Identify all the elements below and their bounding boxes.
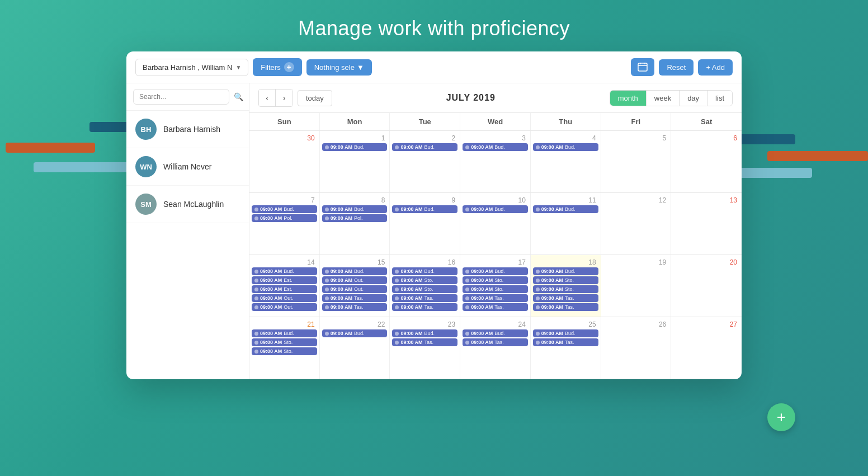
event-pill[interactable]: 09:00 AM Bud. xyxy=(252,267,317,275)
calendar-cell[interactable]: 309:00 AM Bud. xyxy=(460,131,531,192)
event-pill[interactable]: 09:00 AM Tas. xyxy=(533,338,598,346)
event-pill[interactable]: 09:00 AM Bud. xyxy=(463,205,528,213)
search-button[interactable]: 🔍 xyxy=(234,92,243,101)
calendar-cell[interactable]: 709:00 AM Bud.09:00 AM Pol. xyxy=(249,193,320,255)
event-pill[interactable]: 09:00 AM Bud. xyxy=(322,267,388,275)
event-pill[interactable]: 09:00 AM Tas. xyxy=(533,303,598,311)
event-pill[interactable]: 09:00 AM Bud. xyxy=(392,329,457,337)
event-pill[interactable]: 09:00 AM Pol. xyxy=(322,214,388,222)
view-tab-list[interactable]: list xyxy=(707,91,732,106)
calendar-cell[interactable]: 6 xyxy=(671,131,742,192)
calendar-cell[interactable]: 27 xyxy=(671,317,742,379)
event-pill[interactable]: 09:00 AM Tas. xyxy=(392,294,457,302)
fab-add-button[interactable]: + xyxy=(767,403,795,431)
event-pill[interactable]: 09:00 AM Tas. xyxy=(322,294,388,302)
calendar-cell[interactable]: 909:00 AM Bud. xyxy=(390,193,460,255)
event-pill[interactable]: 09:00 AM Out. xyxy=(322,285,388,293)
event-pill[interactable]: 09:00 AM Bud. xyxy=(533,267,598,275)
next-month-button[interactable]: › xyxy=(276,89,293,106)
event-pill[interactable]: 09:00 AM Tas. xyxy=(322,303,388,311)
event-pill[interactable]: 09:00 AM Bud. xyxy=(322,143,388,151)
add-button[interactable]: + Add xyxy=(698,59,733,76)
event-pill[interactable]: 09:00 AM Bud. xyxy=(533,205,598,213)
calendar-cell[interactable]: 20 xyxy=(671,255,742,317)
event-pill[interactable]: 09:00 AM Out. xyxy=(252,303,317,311)
event-pill[interactable]: 09:00 AM Pol. xyxy=(252,214,317,222)
calendar-cell[interactable]: 2109:00 AM Bud.09:00 AM Sto.09:00 AM Sto… xyxy=(249,317,320,379)
event-pill[interactable]: 09:00 AM Sto. xyxy=(252,338,317,346)
event-pill[interactable]: 09:00 AM Bud. xyxy=(322,205,388,213)
calendar-cell[interactable]: 1709:00 AM Bud.09:00 AM Sto.09:00 AM Sto… xyxy=(460,255,531,317)
event-pill[interactable]: 09:00 AM Bud. xyxy=(463,143,528,151)
reset-button[interactable]: Reset xyxy=(659,59,694,76)
calendar-cell[interactable]: 1009:00 AM Bud. xyxy=(460,193,531,255)
event-pill[interactable]: 09:00 AM Sto. xyxy=(392,276,457,284)
event-pill[interactable]: 09:00 AM Sto. xyxy=(533,276,598,284)
event-pill[interactable]: 09:00 AM Out. xyxy=(252,294,317,302)
event-pill[interactable]: 09:00 AM Tas. xyxy=(392,303,457,311)
avatar: SM xyxy=(135,194,157,215)
user-item[interactable]: WN William Never xyxy=(126,148,249,186)
user-select-dropdown[interactable]: Barbara Harnish , William N ▼ xyxy=(135,59,248,76)
event-pill[interactable]: 09:00 AM Tas. xyxy=(463,294,528,302)
today-button[interactable]: today xyxy=(298,90,332,106)
event-pill[interactable]: 09:00 AM Tas. xyxy=(463,303,528,311)
event-pill[interactable]: 09:00 AM Tas. xyxy=(533,294,598,302)
event-pill[interactable]: 09:00 AM Bud. xyxy=(392,143,457,151)
calendar-week: 709:00 AM Bud.09:00 AM Pol.809:00 AM Bud… xyxy=(249,193,742,255)
view-tab-month[interactable]: month xyxy=(610,91,647,106)
calendar-cell[interactable]: 2309:00 AM Bud.09:00 AM Tas. xyxy=(390,317,460,379)
event-pill[interactable]: 09:00 AM Tas. xyxy=(392,338,457,346)
search-bar: 🔍 xyxy=(126,83,249,111)
event-pill[interactable]: 09:00 AM Sto. xyxy=(463,285,528,293)
calendar-cell[interactable]: 1409:00 AM Bud.09:00 AM Est.09:00 AM Est… xyxy=(249,255,320,317)
prev-month-button[interactable]: ‹ xyxy=(259,89,276,106)
event-pill[interactable]: 09:00 AM Bud. xyxy=(252,329,317,337)
calendar-cell[interactable]: 1609:00 AM Bud.09:00 AM Sto.09:00 AM Sto… xyxy=(390,255,460,317)
calendar-view-button[interactable] xyxy=(631,58,654,76)
event-time: 09:00 AM xyxy=(471,277,493,283)
event-pill[interactable]: 09:00 AM Bud. xyxy=(392,267,457,275)
calendar-cell[interactable]: 209:00 AM Bud. xyxy=(390,131,460,192)
event-pill[interactable]: 09:00 AM Sto. xyxy=(463,276,528,284)
calendar-cell[interactable]: 2209:00 AM Bud. xyxy=(320,317,390,379)
event-label: Tas. xyxy=(424,304,434,310)
nothing-select-button[interactable]: Nothing sele ▼ xyxy=(306,59,372,76)
calendar-cell[interactable]: 1109:00 AM Bud. xyxy=(531,193,601,255)
calendar-cell[interactable]: 2509:00 AM Bud.09:00 AM Tas. xyxy=(531,317,601,379)
view-tab-day[interactable]: day xyxy=(680,91,707,106)
event-pill[interactable]: 09:00 AM Sto. xyxy=(533,285,598,293)
event-pill[interactable]: 09:00 AM Bud. xyxy=(322,329,388,337)
calendar-cell[interactable]: 2409:00 AM Bud.09:00 AM Tas. xyxy=(460,317,531,379)
event-pill[interactable]: 09:00 AM Bud. xyxy=(463,329,528,337)
event-pill[interactable]: 09:00 AM Bud. xyxy=(252,205,317,213)
user-item[interactable]: SM Sean McLaughlin xyxy=(126,186,249,223)
event-pill[interactable]: 09:00 AM Out. xyxy=(322,276,388,284)
event-pill[interactable]: 09:00 AM Bud. xyxy=(392,205,457,213)
search-input[interactable] xyxy=(133,89,229,105)
calendar-cell[interactable]: 409:00 AM Bud. xyxy=(531,131,601,192)
calendar-cell[interactable]: 109:00 AM Bud. xyxy=(320,131,390,192)
user-item[interactable]: BH Barbara Harnish xyxy=(126,111,249,148)
event-pill[interactable]: 09:00 AM Sto. xyxy=(252,347,317,355)
event-pill[interactable]: 09:00 AM Est. xyxy=(252,276,317,284)
calendar-cell[interactable]: 809:00 AM Bud.09:00 AM Pol. xyxy=(320,193,390,255)
calendar-cell[interactable]: 26 xyxy=(601,317,672,379)
calendar-cell[interactable]: 12 xyxy=(601,193,672,255)
calendar-cell[interactable]: 1509:00 AM Bud.09:00 AM Out.09:00 AM Out… xyxy=(320,255,390,317)
event-label: Out. xyxy=(354,286,364,292)
calendar-cell[interactable]: 13 xyxy=(671,193,742,255)
event-pill[interactable]: 09:00 AM Bud. xyxy=(463,267,528,275)
event-pill[interactable]: 09:00 AM Bud. xyxy=(533,143,598,151)
calendar-cell[interactable]: 19 xyxy=(601,255,672,317)
view-tab-week[interactable]: week xyxy=(647,91,680,106)
event-pill[interactable]: 09:00 AM Bud. xyxy=(533,329,598,337)
filters-button[interactable]: Filters + xyxy=(253,58,301,76)
event-label: Pol. xyxy=(284,215,293,221)
event-pill[interactable]: 09:00 AM Est. xyxy=(252,285,317,293)
calendar-cell[interactable]: 1809:00 AM Bud.09:00 AM Sto.09:00 AM Sto… xyxy=(531,255,601,317)
event-pill[interactable]: 09:00 AM Tas. xyxy=(463,338,528,346)
event-pill[interactable]: 09:00 AM Sto. xyxy=(392,285,457,293)
calendar-cell[interactable]: 5 xyxy=(601,131,672,192)
calendar-cell[interactable]: 30 xyxy=(249,131,320,192)
